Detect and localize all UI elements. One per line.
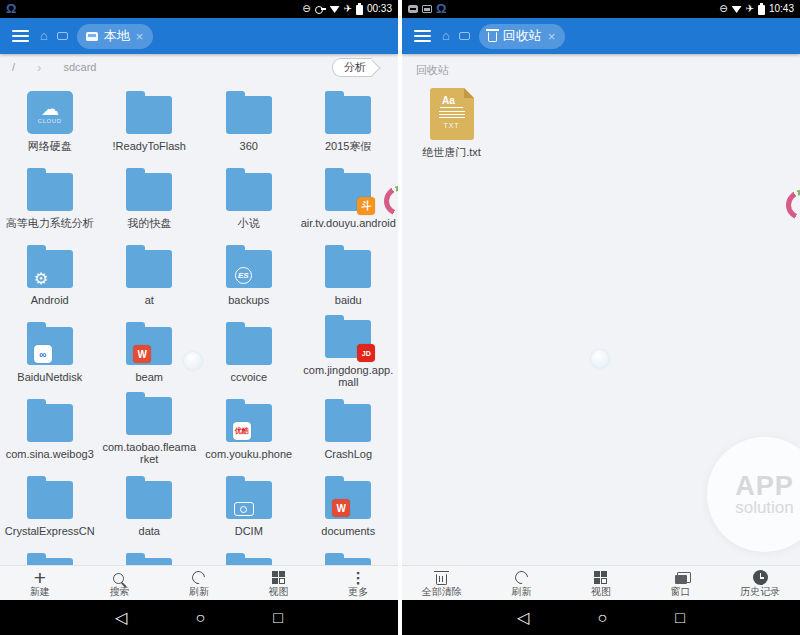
breadcrumb-root[interactable]: / bbox=[12, 61, 15, 73]
chevron-right-icon: › bbox=[37, 60, 41, 75]
grid-item[interactable]: Wbeam bbox=[100, 311, 200, 388]
folder-icon bbox=[325, 404, 371, 442]
youku-icon: 优酷 bbox=[233, 422, 251, 440]
menu-icon[interactable] bbox=[412, 26, 433, 46]
folder-icon: 斗 bbox=[325, 173, 371, 211]
history-label: 历史记录 bbox=[740, 587, 780, 597]
grid-item[interactable]: CrashLog bbox=[299, 388, 399, 465]
item-label: 2015寒假 bbox=[325, 140, 371, 152]
folder-icon: 优酷 bbox=[226, 404, 272, 442]
es-icon: ES bbox=[235, 267, 252, 284]
clock-time: 10:43 bbox=[769, 4, 794, 14]
grid-item[interactable]: com.sina.weibog3 bbox=[0, 388, 100, 465]
grid-item[interactable]: JDcom.jingdong.app.mall bbox=[299, 311, 399, 388]
grid-item[interactable]: data bbox=[100, 465, 200, 542]
breadcrumb: / › sdcard 分析 bbox=[0, 54, 398, 80]
tab-local[interactable]: 本地 × bbox=[77, 24, 154, 49]
menu-icon[interactable] bbox=[10, 26, 31, 46]
floating-ball-icon[interactable] bbox=[786, 190, 800, 220]
grid-item[interactable] bbox=[199, 542, 299, 565]
breadcrumb-sdcard[interactable]: sdcard bbox=[63, 61, 96, 73]
txt-file-icon: Aa TXT bbox=[430, 88, 474, 140]
right-bottom-toolbar: 全部清除 刷新 视图 窗口 历史记录 bbox=[402, 565, 800, 600]
grid-item[interactable] bbox=[299, 542, 399, 565]
refresh-button[interactable]: 刷新 bbox=[159, 566, 239, 600]
recents-button[interactable]: □ bbox=[273, 609, 283, 627]
grid-item[interactable]: 2015寒假 bbox=[299, 80, 399, 157]
grid-item[interactable]: at bbox=[100, 234, 200, 311]
home-icon[interactable]: ⌂ bbox=[40, 29, 48, 43]
grid-item[interactable]: 我的快盘 bbox=[100, 157, 200, 234]
baidupan-icon: ∞ bbox=[34, 345, 52, 363]
new-button[interactable]: + 新建 bbox=[0, 566, 80, 600]
home-button[interactable]: ○ bbox=[195, 609, 205, 627]
folder-icon: ⚙ bbox=[27, 250, 73, 288]
recents-button[interactable]: □ bbox=[675, 609, 685, 627]
folder-icon bbox=[226, 481, 272, 519]
left-app-bar: ⌂ 本地 × bbox=[0, 18, 398, 54]
grid-item[interactable]: DCIM bbox=[199, 465, 299, 542]
left-screen-local: Ω ⊖ ✈ 00:33 ⌂ 本地 × / › bbox=[0, 0, 398, 635]
grid-item[interactable]: ∞BaiduNetdisk bbox=[0, 311, 100, 388]
view-label: 视图 bbox=[269, 587, 289, 597]
grid-item[interactable]: CrystalExpressCN bbox=[0, 465, 100, 542]
folder-icon bbox=[126, 96, 172, 134]
recycled-file-item[interactable]: Aa TXT 绝世唐门.txt bbox=[402, 79, 501, 158]
bubble-decoration bbox=[184, 352, 202, 370]
stacked-windows-icon bbox=[675, 575, 687, 584]
watermark-line1: APP bbox=[735, 474, 794, 499]
grid-item[interactable]: ccvoice bbox=[199, 311, 299, 388]
windows-small-icon[interactable] bbox=[57, 32, 68, 40]
refresh-button[interactable]: 刷新 bbox=[482, 566, 562, 600]
grid-item[interactable]: ☁CLOUD网络硬盘 bbox=[0, 80, 100, 157]
windows-small-icon[interactable] bbox=[459, 32, 470, 40]
folder-icon bbox=[325, 558, 371, 565]
battery-icon bbox=[758, 5, 765, 15]
item-label: 我的快盘 bbox=[127, 217, 171, 229]
more-icon: ⋮ bbox=[351, 570, 366, 585]
trash-icon bbox=[436, 574, 447, 585]
back-button[interactable]: ◁ bbox=[115, 609, 127, 627]
grid-item[interactable]: com.taobao.fleamarket bbox=[100, 388, 200, 465]
home-button[interactable]: ○ bbox=[597, 609, 607, 627]
grid-item[interactable]: 优酷com.youku.phone bbox=[199, 388, 299, 465]
grid-item[interactable]: Wdocuments bbox=[299, 465, 399, 542]
grid-item[interactable]: • bbox=[100, 542, 200, 565]
grid-item[interactable]: ⚙Android bbox=[0, 234, 100, 311]
screenshot-icon bbox=[422, 5, 432, 13]
grid-item[interactable]: ↓ bbox=[0, 542, 100, 565]
back-button[interactable]: ◁ bbox=[517, 609, 529, 627]
history-button[interactable]: 历史记录 bbox=[720, 566, 800, 600]
right-screen-recycle: Ω ⊖ ✈ 10:43 ⌂ 回收站 × 回收站 bbox=[402, 0, 800, 635]
grid-item[interactable]: 斗air.tv.douyu.android bbox=[299, 157, 399, 234]
item-label: data bbox=[139, 525, 160, 537]
tab-label: 回收站 bbox=[503, 27, 542, 45]
tab-recycle-bin[interactable]: 回收站 × bbox=[479, 24, 566, 49]
folder-icon bbox=[126, 397, 172, 435]
folder-icon bbox=[126, 481, 172, 519]
analyze-button[interactable]: 分析 bbox=[332, 58, 372, 77]
item-label: backups bbox=[228, 294, 269, 306]
clear-all-button[interactable]: 全部清除 bbox=[402, 566, 482, 600]
item-label: beam bbox=[135, 371, 163, 383]
view-button[interactable]: 视图 bbox=[561, 566, 641, 600]
grid-item[interactable]: 360 bbox=[199, 80, 299, 157]
key-vpn-icon bbox=[315, 6, 326, 12]
grid-item[interactable]: !ReadyToFlash bbox=[100, 80, 200, 157]
folder-icon bbox=[27, 173, 73, 211]
clear-all-label: 全部清除 bbox=[422, 587, 462, 597]
close-tab-icon[interactable]: × bbox=[548, 30, 556, 43]
grid-item[interactable]: 高等电力系统分析 bbox=[0, 157, 100, 234]
airplane-mode-icon: ✈ bbox=[344, 3, 352, 15]
doc-preview-text: Aa bbox=[440, 96, 463, 108]
search-button[interactable]: 搜索 bbox=[80, 566, 160, 600]
view-button[interactable]: 视图 bbox=[239, 566, 319, 600]
close-tab-icon[interactable]: × bbox=[136, 30, 144, 43]
home-icon[interactable]: ⌂ bbox=[442, 29, 450, 43]
item-label: 360 bbox=[240, 140, 258, 152]
grid-item[interactable]: 小说 bbox=[199, 157, 299, 234]
grid-item[interactable]: baidu bbox=[299, 234, 399, 311]
more-button[interactable]: ⋮ 更多 bbox=[318, 566, 398, 600]
window-button[interactable]: 窗口 bbox=[641, 566, 721, 600]
grid-item[interactable]: ESbackups bbox=[199, 234, 299, 311]
